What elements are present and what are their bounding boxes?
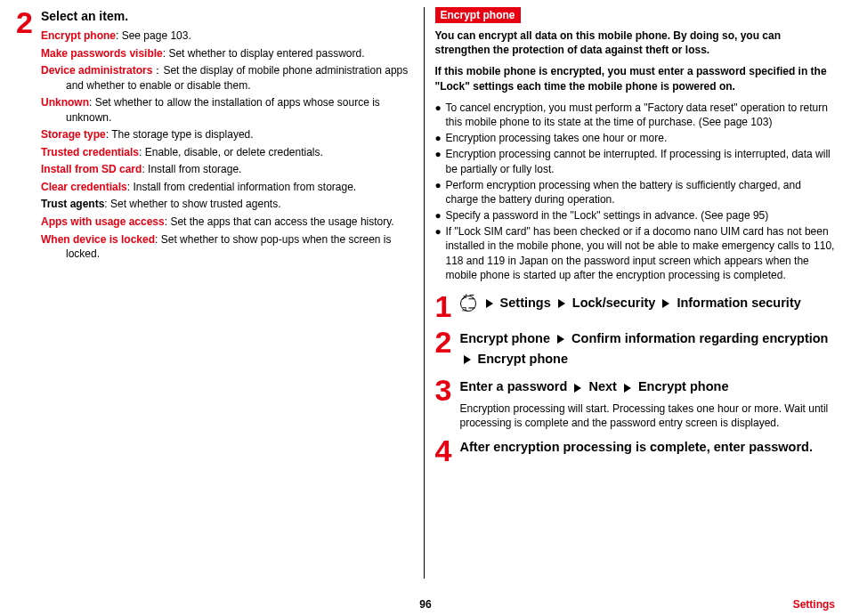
bullet-text: If "Lock SIM card" has been checked or i… [446, 224, 836, 282]
step-body: メニュー Settings Lock/security Information … [460, 291, 836, 321]
term-desc: : The storage type is displayed. [106, 128, 254, 141]
bullet-item: ●Specify a password in the "Lock" settin… [435, 208, 836, 223]
step-3-title: Enter a password Next Encrypt phone [460, 377, 836, 397]
bullet-item: ●If "Lock SIM card" has been checked or … [435, 224, 836, 282]
term: Install from SD card [41, 163, 142, 175]
definition-item: Install from SD card: Install from stora… [41, 162, 417, 177]
nav-word: Enter a password [460, 379, 568, 393]
triangle-icon [464, 355, 471, 364]
bullet-item: ●Encryption processing cannot be interru… [435, 147, 836, 175]
term: Trusted credentials [41, 146, 139, 158]
page-container: 2 Select an item. Encrypt phone: See pag… [0, 0, 851, 579]
menu-icon: メニュー [460, 296, 476, 312]
proc-step-1: 1 メニュー Settings Lock/security Informatio… [435, 291, 836, 321]
proc-step-3: 3 Enter a password Next Encrypt phone En… [435, 375, 836, 430]
bullet-item: ●Encryption processing takes one hour or… [435, 131, 836, 145]
section-label: Settings [793, 598, 835, 611]
definition-item: Unknown: Set whether to allow the instal… [41, 95, 417, 125]
definition-item: Clear credentials: Install from credenti… [41, 180, 417, 195]
footer: 96 Settings [0, 598, 851, 611]
term-desc: : Enable, disable, or delete credentials… [139, 146, 323, 158]
step-title: Select an item. [41, 9, 417, 23]
definition-item: Trust agents: Set whether to show truste… [41, 197, 417, 212]
nav-word: Settings [500, 296, 551, 310]
proc-step-4: 4 After encryption processing is complet… [435, 435, 836, 466]
term: Device administrators [41, 64, 152, 77]
step-number: 1 [435, 291, 455, 321]
term-desc: : Install from storage. [142, 163, 241, 175]
term: Storage type [41, 128, 106, 141]
term: Apps with usage access [41, 215, 165, 228]
bullet-item: ●Perform encryption processing when the … [435, 178, 836, 207]
bullet-text: Specify a password in the "Lock" setting… [446, 208, 836, 223]
triangle-icon [624, 384, 631, 393]
definition-item: Device administrators：Set the display of… [41, 63, 417, 93]
term: Unknown [41, 96, 89, 109]
term: Trust agents [41, 198, 104, 210]
term-desc: : Install from credential information fr… [127, 181, 356, 193]
nav-word: Confirm information regarding encryption [571, 331, 828, 345]
bullet-text: Encryption processing takes one hour or … [446, 131, 836, 145]
bullet-dot-icon: ● [435, 131, 442, 145]
step-2-left: 2 Select an item. Encrypt phone: See pag… [16, 7, 417, 264]
triangle-icon [557, 335, 564, 344]
page-number: 96 [419, 598, 431, 611]
term-desc: : Set the apps that can access the usage… [165, 215, 394, 228]
nav-word: Encrypt phone [638, 379, 729, 393]
term: Make passwords visible [41, 47, 163, 60]
term: Encrypt phone [41, 29, 116, 42]
term-desc: : Set whether to allow the installation … [66, 96, 380, 124]
nav-word: Lock/security [572, 296, 656, 310]
encrypt-phone-tag: Encrypt phone [435, 7, 521, 23]
step-body: Encrypt phone Confirm information regard… [460, 327, 836, 369]
right-column: Encrypt phone You can encrypt all data o… [425, 7, 843, 579]
proc-step-2: 2 Encrypt phone Confirm information rega… [435, 327, 836, 369]
intro-para-2: If this mobile phone is encrypted, you m… [435, 64, 836, 93]
step-number: 4 [435, 435, 455, 466]
bullet-text: To cancel encryption, you must perform a… [446, 101, 836, 129]
nav-word: Encrypt phone [478, 352, 569, 366]
step-1-title: メニュー Settings Lock/security Information … [460, 293, 836, 313]
definition-item: Storage type: The storage type is displa… [41, 127, 417, 142]
bullet-dot-icon: ● [435, 178, 442, 207]
bullet-text: Encryption processing cannot be interrup… [446, 147, 836, 175]
left-column: 2 Select an item. Encrypt phone: See pag… [9, 7, 425, 579]
bullet-dot-icon: ● [435, 224, 442, 282]
triangle-icon [662, 299, 669, 308]
step-body: Enter a password Next Encrypt phone Encr… [460, 375, 836, 430]
term-desc: : See page 103. [116, 29, 191, 42]
bullet-item: ●To cancel encryption, you must perform … [435, 101, 836, 129]
intro-para-1: You can encrypt all data on this mobile … [435, 28, 836, 57]
step-3-sub: Encryption processing will start. Proces… [460, 401, 836, 430]
bullet-dot-icon: ● [435, 208, 442, 223]
step-2-title: Encrypt phone Confirm information regard… [460, 328, 836, 369]
triangle-icon [486, 299, 493, 308]
definition-item: Apps with usage access: Set the apps tha… [41, 215, 417, 230]
nav-word: Encrypt phone [460, 331, 551, 345]
step-4-title: After encryption processing is complete,… [460, 437, 836, 458]
triangle-icon [558, 299, 565, 308]
bullet-dot-icon: ● [435, 147, 442, 175]
triangle-icon [574, 384, 581, 393]
definition-item: Trusted credentials: Enable, disable, or… [41, 145, 417, 160]
bullet-dot-icon: ● [435, 101, 442, 129]
bullet-text: Perform encryption processing when the b… [446, 178, 836, 207]
step-number: 2 [435, 327, 455, 369]
nav-word: Next [588, 379, 616, 393]
step-body: After encryption processing is complete,… [460, 435, 836, 466]
term-desc: : Set whether to show trusted agents. [104, 198, 280, 210]
definition-item: Encrypt phone: See page 103. [41, 28, 417, 44]
step-body: Select an item. Encrypt phone: See page … [41, 7, 417, 264]
step-number: 3 [435, 375, 455, 430]
term: When device is locked [41, 233, 155, 246]
term: Clear credentials [41, 181, 127, 193]
definition-item: When device is locked: Set whether to sh… [41, 232, 417, 262]
term-desc: : Set whether to display entered passwor… [163, 47, 365, 60]
step-number: 2 [16, 7, 36, 264]
nav-word: Information security [677, 296, 800, 310]
definition-item: Make passwords visible: Set whether to d… [41, 46, 417, 61]
